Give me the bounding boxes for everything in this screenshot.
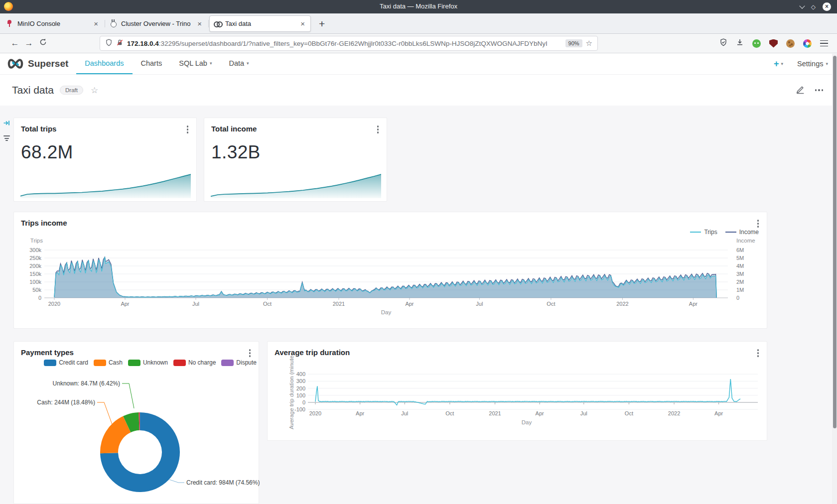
y-axis-tick-right: 3M [736,271,744,277]
legend-item-dispute[interactable]: Dispute [221,359,257,366]
nav-item-sql-lab[interactable]: SQL Lab▾ [170,53,220,74]
tab-close-icon[interactable]: × [196,19,203,28]
nav-item-dashboards[interactable]: Dashboards [76,53,132,74]
chart-menu-icon[interactable] [375,124,381,135]
firefox-logo-icon [4,2,13,11]
tab-close-icon[interactable]: × [92,19,100,28]
window-minimize-icon[interactable] [799,3,805,8]
new-tab-button[interactable]: + [319,18,325,29]
expand-filter-bar-icon[interactable] [3,120,10,128]
url-bar[interactable]: 172.18.0.4:32295/superset/dashboard/1/?n… [100,36,598,51]
chevron-down-icon: ▾ [781,61,784,66]
ublock-origin-icon[interactable] [769,39,778,48]
y-axis-tick: -100 [294,406,305,412]
x-axis-tick: 2022 [668,410,680,416]
superset-brand[interactable]: Superset [28,53,68,74]
card-trips-income: Trips income TripsIncome 300k6M250k5M200… [13,212,767,329]
add-new-button[interactable]: +▾ [774,59,783,68]
filter-rail [3,120,10,141]
legend-item-unknown[interactable]: Unknown [128,359,168,366]
reload-button[interactable] [36,38,50,48]
legend-label: Credit card [59,359,88,366]
tracking-shield-icon[interactable] [105,39,113,48]
chart-menu-icon[interactable] [755,347,761,359]
browser-tab-3[interactable]: Taxi data× [209,15,311,32]
protection-shield-icon[interactable] [719,38,727,48]
window-close-icon[interactable]: × [823,2,831,11]
x-axis-tick: Jul [192,301,199,307]
chart-title: Trips income [21,219,67,227]
header-menu-icon[interactable] [813,87,826,93]
legend-item-credit-card[interactable]: Credit card [44,359,88,366]
browser-tab-1[interactable]: MinIO Console× [2,15,104,32]
chart-title: Average trip duration [275,348,350,357]
legend-item-cash[interactable]: Cash [94,359,123,366]
browser-tab-2[interactable]: Cluster Overview - Trino× [106,15,207,32]
y-axis-tick: 200 [296,385,305,391]
avg-trip-duration-chart[interactable]: 4003002001000-1002020AprJulOct2021AprJul… [268,342,768,441]
x-axis-title: Day [381,309,392,315]
x-axis-tick: Apr [689,301,698,307]
zoom-level-badge[interactable]: 90% [565,39,582,47]
y-axis-tick-right: 2M [736,279,744,285]
privacy-badger-icon[interactable] [752,39,761,48]
big-number-value: 1.32B [211,142,261,163]
downloads-icon[interactable] [736,38,744,48]
card-avg-trip-duration: Average trip duration 4003002001000-1002… [267,341,767,441]
bookmark-star-icon[interactable]: ☆ [586,39,592,48]
settings-label: Settings [797,60,823,68]
chart-title: Total trips [21,125,56,133]
nav-item-data[interactable]: Data▾ [220,53,257,74]
legend-item-trips[interactable]: Trips [690,229,717,236]
x-axis-tick: Oct [625,410,633,416]
tab-title: MinIO Console [17,20,92,27]
y-axis-tick-left: 150k [29,271,41,277]
legend-swatch [94,360,106,366]
page-scrollbar[interactable] [832,54,837,504]
x-axis-tick: 2020 [48,301,60,307]
superset-logo-icon[interactable] [6,53,25,74]
x-axis-tick: Jul [476,301,483,307]
window-maximize-icon[interactable]: ◇ [811,4,816,10]
y-axis-tick-right: 6M [736,247,744,253]
chart-title: Total income [211,125,257,133]
chart-menu-icon[interactable] [247,347,253,359]
y-axis-tick-right: 0 [736,295,739,301]
insecure-lock-icon[interactable] [116,39,124,48]
chart-title: Payment types [21,348,74,357]
trips-income-chart[interactable]: 300k6M250k5M200k4M150k3M100k2M50k1M00Tri… [14,212,767,328]
legend-swatch [44,360,56,366]
y-axis-tick: 100 [296,392,305,398]
cookie-extension-icon[interactable] [786,39,795,48]
x-axis-tick: Jul [580,410,587,416]
legend-label: Income [739,229,759,236]
favorite-star-icon[interactable]: ☆ [91,85,98,96]
y-axis-title-right: Income [736,238,755,244]
header-actions [796,85,826,96]
chart-menu-icon[interactable] [185,124,191,135]
legend-swatch [221,360,234,366]
forward-button[interactable]: → [22,38,36,48]
nav-item-charts[interactable]: Charts [133,53,171,74]
x-axis-tick: Jul [401,410,408,416]
legend-item-no-charge[interactable]: No charge [173,359,216,366]
y-axis-tick-left: 50k [32,287,41,293]
y-axis-tick-left: 200k [29,263,41,269]
legend-label: Unknown [143,359,168,366]
y-axis-tick: 400 [296,371,305,377]
x-axis-title: Day [522,419,532,425]
legend-item-income[interactable]: Income [725,229,759,236]
scrollbar-thumb[interactable] [833,56,837,428]
tab-close-icon[interactable]: × [299,19,306,28]
chart-menu-icon[interactable] [755,218,761,230]
edit-dashboard-icon[interactable] [796,85,805,96]
menu-hamburger-icon[interactable] [820,40,828,47]
filter-icon[interactable] [3,134,10,141]
legend-swatch [173,360,186,366]
url-path: :32295/superset/dashboard/1/?native_filt… [159,40,548,47]
trips-sparkline-chart [20,172,191,198]
back-button[interactable]: ← [8,38,22,48]
settings-menu[interactable]: Settings▾ [797,60,828,68]
screen: Taxi data — Mozilla Firefox ◇ × MinIO Co… [0,0,837,504]
extension-pinwheel-icon[interactable] [803,39,812,48]
